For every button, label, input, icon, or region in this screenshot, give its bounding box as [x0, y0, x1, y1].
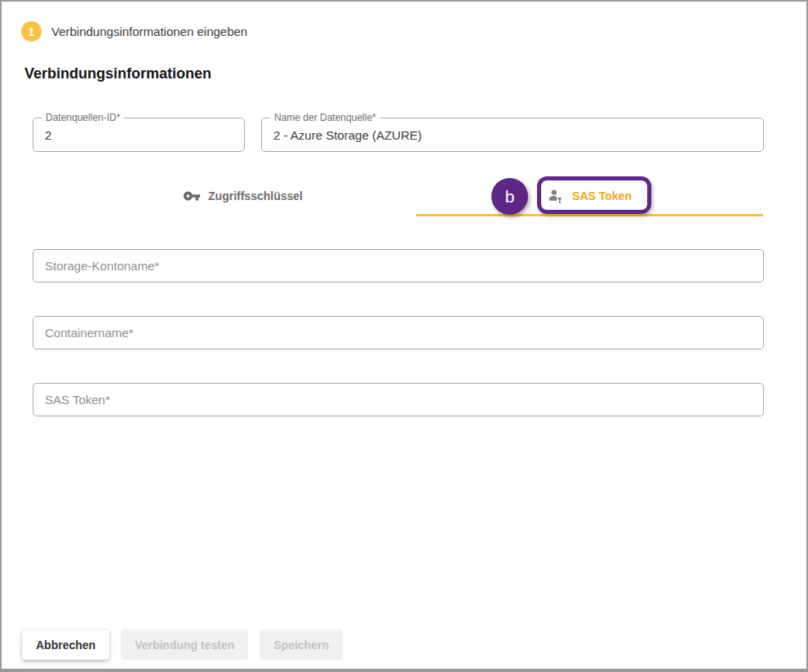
stepper-step-1: 1 Verbindungsinformationen eingeben: [21, 21, 247, 42]
page-title: Verbindungsinformationen: [24, 65, 211, 82]
container-name-field: [33, 316, 764, 349]
test-connection-button: Verbindung testen: [121, 630, 248, 660]
tab-access-key[interactable]: Zugriffsschlüssel: [69, 176, 416, 216]
datasource-name-input[interactable]: [262, 118, 763, 151]
key-icon: [183, 187, 201, 205]
auth-method-tabs: Zugriffsschlüssel SAS Token: [69, 176, 763, 216]
datasource-id-field: Datenquellen-ID*: [33, 118, 245, 152]
save-button: Speichern: [260, 630, 343, 660]
step-label: Verbindungsinformationen eingeben: [51, 24, 247, 38]
cancel-button[interactable]: Abbrechen: [22, 630, 109, 660]
annotation-marker-b: b: [491, 178, 528, 215]
person-key-icon: [548, 188, 565, 205]
tab-sas-token-label: SAS Token: [572, 189, 632, 202]
sas-token-input[interactable]: [33, 384, 763, 416]
tab-access-key-label: Zugriffsschlüssel: [208, 189, 303, 202]
storage-account-input[interactable]: [33, 250, 763, 282]
datasource-id-input[interactable]: [33, 118, 244, 151]
storage-account-field: [33, 249, 764, 283]
dialog-footer: Abbrechen Verbindung testen Speichern: [22, 630, 343, 660]
datasource-name-field: Name der Datenquelle*: [261, 118, 764, 152]
datasource-name-label: Name der Datenquelle*: [270, 112, 380, 123]
container-name-input[interactable]: [33, 317, 763, 349]
datasource-id-label: Datenquellen-ID*: [42, 112, 124, 123]
connection-dialog: 1 Verbindungsinformationen eingeben Verb…: [0, 0, 808, 672]
step-number-badge: 1: [21, 21, 42, 42]
sas-token-field: [33, 383, 764, 416]
active-tab-indicator: [416, 214, 763, 216]
tab-sas-token[interactable]: SAS Token: [416, 176, 763, 216]
